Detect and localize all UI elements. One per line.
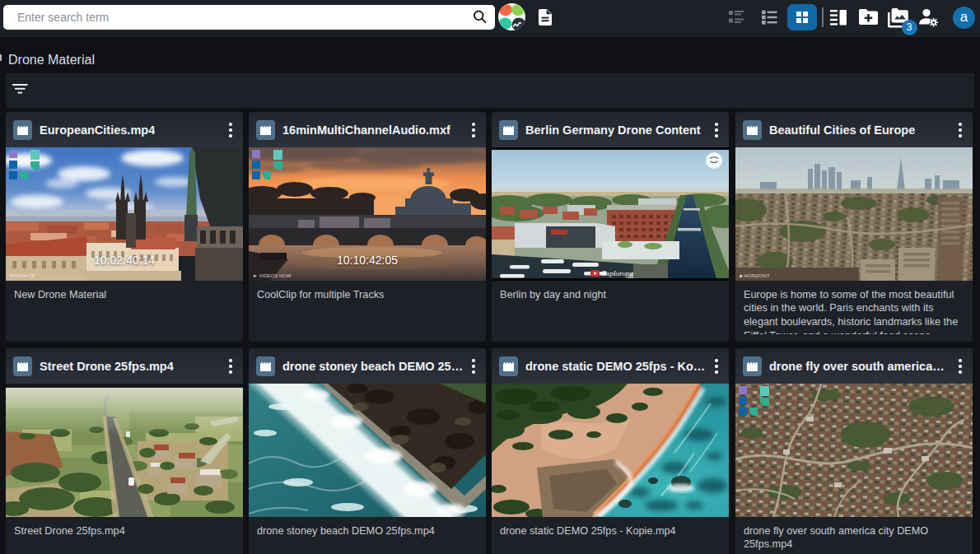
svg-text:Exploropa: Exploropa bbox=[601, 269, 633, 277]
